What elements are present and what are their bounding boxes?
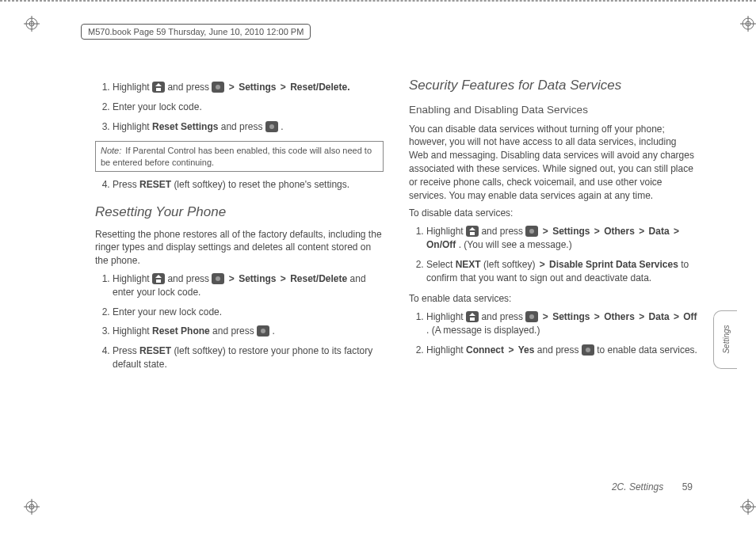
softkey-label: NEXT [456,259,481,270]
text: Highlight [426,344,466,356]
page-content: Highlight and press > Settings > Reset/D… [95,76,697,488]
list-item: Enter your new lock code. [113,306,384,319]
home-key-icon [466,226,479,237]
list-item: Highlight Reset Settings and press . [113,120,384,134]
footer-section: 2C. Settings [612,481,663,492]
menu-path: On/Off [426,239,456,250]
footer-page-number: 59 [682,481,693,492]
list-item: Highlight Connect > Yes and press to ena… [426,344,697,357]
path-separator: > [227,82,236,93]
path-separator: > [672,226,681,237]
note-box: Note: If Parental Control has been enabl… [95,141,384,172]
section-tab: Settings [713,310,737,369]
path-separator: > [672,311,681,322]
subsection-heading: Enabling and Disabling Data Services [409,103,697,118]
path-separator: > [541,226,550,237]
steps-list: Highlight and press > Settings > Reset/D… [95,81,384,133]
menu-path: Connect [466,344,504,356]
menu-path: Others [604,226,635,237]
path-separator: > [506,344,515,356]
list-item: Select NEXT (left softkey) > Disable Spr… [426,258,697,285]
text: and press [537,344,582,356]
ok-key-icon [212,82,224,93]
registration-mark-icon [740,499,756,515]
paragraph: Resetting the phone restores all of the … [95,228,384,268]
text: Highlight [113,325,152,337]
text: . (You will see a message.) [459,239,572,250]
crop-line-bottom [0,1,756,2]
text: and press [481,226,525,237]
text: (left softkey) [483,259,538,270]
text: . [272,325,274,337]
menu-path: Settings [552,226,590,237]
section-tab-label: Settings [722,320,731,359]
path-separator: > [637,226,646,237]
note-label: Note: [101,146,121,155]
text: and press [481,311,525,322]
text: Highlight [113,273,152,284]
menu-path: Reset/Delete [290,273,347,284]
home-key-icon [152,82,165,93]
lead-text: To disable data services: [409,207,697,220]
text: and press [212,325,257,337]
section-heading: Resetting Your Phone [95,203,384,222]
ok-key-icon [265,121,278,132]
list-item: Enter your lock code. [113,101,384,114]
list-item: Highlight and press > Settings > Others … [426,225,697,252]
text: . [281,121,283,132]
section-heading: Security Features for Data Services [409,76,697,95]
list-item: Press RESET (left softkey) to reset the … [113,178,384,192]
page-header-info: M570.book Page 59 Thursday, June 10, 201… [81,24,311,40]
menu-path: Disable Sprint Data Services [549,259,678,270]
softkey-label: RESET [139,345,171,356]
text: Highlight [113,82,152,93]
path-separator: > [279,273,288,284]
menu-path: Reset Phone [152,325,210,337]
ok-key-icon [525,226,538,237]
text: . (A message is displayed.) [426,325,540,336]
home-key-icon [466,311,479,322]
menu-path: Settings [552,311,590,322]
text: Press [113,345,139,356]
paragraph: You can disable data services without tu… [409,123,697,203]
list-item: Highlight and press > Settings > Reset/D… [113,81,384,94]
menu-path: Data [649,311,670,322]
left-column: Highlight and press > Settings > Reset/D… [95,76,384,488]
text: and press [167,273,212,284]
menu-path: Data [649,226,670,237]
list-item: Highlight and press > Settings > Reset/D… [113,272,384,299]
path-separator: > [637,311,646,322]
text: Press [113,179,139,190]
steps-list: Highlight and press > Settings > Others … [409,310,697,356]
path-separator: > [538,259,547,270]
text: (left softkey) to reset the phone's sett… [174,179,349,190]
menu-path: Settings [239,82,276,93]
steps-list: Press RESET (left softkey) to reset the … [95,178,384,192]
text: Highlight [426,311,466,322]
path-separator: > [593,311,601,322]
ok-key-icon [257,325,269,337]
menu-path: Reset/Delete. [290,82,349,93]
path-separator: > [279,82,288,93]
note-text: If Parental Control has been enabled, th… [101,146,372,166]
menu-path: Off [683,311,697,322]
text: and press [221,121,265,132]
lead-text: To enable data services: [409,292,697,306]
path-separator: > [541,311,550,322]
menu-path: Others [604,311,635,322]
path-separator: > [227,273,236,284]
steps-list: Highlight and press > Settings > Reset/D… [95,272,384,371]
text: and press [167,82,212,93]
registration-mark-icon [24,499,40,515]
list-item: Highlight Reset Phone and press . [113,325,384,338]
ok-key-icon [212,273,224,284]
text: Select [426,259,456,270]
list-item: Highlight and press > Settings > Others … [426,310,697,337]
path-separator: > [593,226,601,237]
ok-key-icon [525,311,538,322]
text: Highlight [113,121,152,132]
ok-key-icon [582,344,594,356]
menu-path: Yes [518,344,535,356]
page-footer: 2C. Settings 59 [612,481,693,492]
menu-path: Reset Settings [152,121,218,132]
